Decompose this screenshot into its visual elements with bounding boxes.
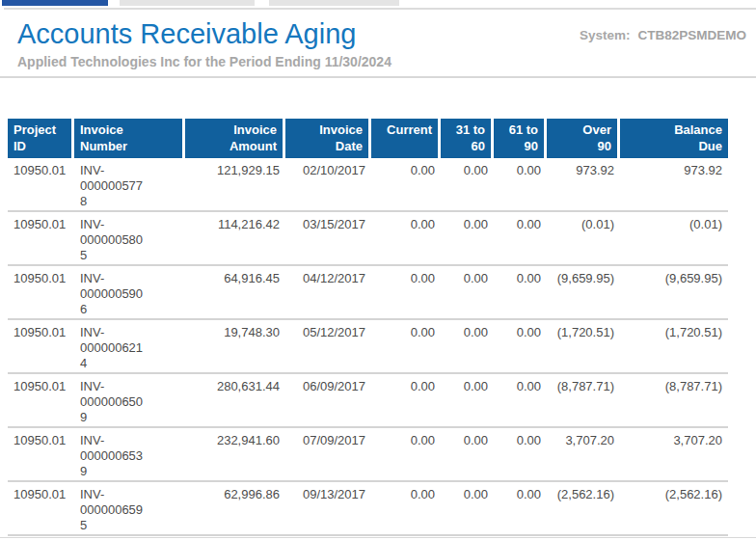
table-body: 10950.01INV-0000005778121,929.1502/10/20… — [8, 158, 728, 541]
table-row: 10950.01INV-000000621419,748.3005/12/201… — [8, 320, 728, 374]
table-row: 10950.01INV-0000006539232,941.6007/09/20… — [8, 428, 728, 482]
col-header-over-90: Over 90 — [547, 119, 620, 158]
cell-balance-due: 973.92 — [620, 158, 728, 212]
table-header: Project IDInvoice NumberInvoice AmountIn… — [8, 119, 728, 158]
cell-balance-due: (9,659.95) — [620, 266, 728, 320]
col-header-invoice-number: Invoice Number — [74, 119, 185, 158]
col-header-balance-due: Balance Due — [620, 119, 728, 158]
cell-days-61-90: 0.00 — [494, 374, 547, 428]
cell-over-90: (1,720.51) — [547, 320, 620, 374]
cell-over-90: (2,562.16) — [547, 482, 620, 536]
cell-invoice-number: INV-0000005906 — [74, 266, 185, 320]
cell-invoice-number: INV-0000006509 — [74, 374, 185, 428]
cell-project-id: 10950.01 — [8, 428, 74, 482]
cell-balance-due: (2,562.16) — [620, 482, 728, 536]
cell-project-id: 10950.01 — [8, 374, 74, 428]
cell-over-90: (0.01) — [547, 212, 620, 266]
cell-days-61-90: 0.00 — [494, 428, 547, 482]
cell-invoice-date: 06/09/2017 — [285, 374, 371, 428]
cell-invoice-amount: 280,631.44 — [185, 374, 285, 428]
cell-invoice-amount: 121,929.15 — [185, 158, 285, 212]
cell-current: 0.00 — [371, 374, 441, 428]
cell-over-90: 973.92 — [547, 158, 620, 212]
tab-active[interactable] — [2, 0, 108, 6]
cell-invoice-number: INV-0000006539 — [74, 428, 185, 482]
cell-days-31-60: 0.00 — [441, 212, 494, 266]
cell-invoice-amount: 19,748.30 — [185, 320, 285, 374]
table-row: 10950.01INV-0000005778121,929.1502/10/20… — [8, 158, 728, 212]
cell-invoice-date: 03/15/2017 — [285, 212, 371, 266]
system-info: System:CTB82PSMDEMO — [580, 28, 746, 42]
cell-invoice-date: 07/09/2017 — [285, 428, 371, 482]
system-label: System: — [580, 28, 631, 42]
cell-invoice-date: 04/12/2017 — [285, 266, 371, 320]
cell-balance-due: 3,707.20 — [620, 428, 728, 482]
col-header-invoice-amount: Invoice Amount — [185, 119, 285, 158]
table-row: 10950.01INV-000000590664,916.4504/12/201… — [8, 266, 728, 320]
col-header-invoice-date: Invoice Date — [285, 119, 371, 158]
cell-current: 0.00 — [371, 266, 441, 320]
cell-invoice-amount: 64,916.45 — [185, 266, 285, 320]
cell-balance-due: (0.01) — [620, 212, 728, 266]
cell-invoice-date: 05/12/2017 — [285, 320, 371, 374]
col-header-days-61-90: 61 to 90 — [494, 119, 547, 158]
ar-aging-table: Project IDInvoice NumberInvoice AmountIn… — [8, 119, 728, 541]
cell-days-61-90: 0.00 — [494, 482, 547, 536]
cell-current: 0.00 — [371, 158, 441, 212]
cell-days-31-60: 0.00 — [441, 266, 494, 320]
cell-current: 0.00 — [371, 320, 441, 374]
cell-project-id: 10950.01 — [8, 266, 74, 320]
cell-invoice-number: INV-0000005805 — [74, 212, 185, 266]
cell-invoice-date: 09/13/2017 — [285, 482, 371, 536]
viewport-clip-line — [0, 537, 756, 541]
table-row: 10950.01INV-0000006509280,631.4406/09/20… — [8, 374, 728, 428]
browser-tab-strip — [0, 0, 756, 10]
cell-over-90: (9,659.95) — [547, 266, 620, 320]
page-subtitle: Applied Technologies Inc for the Period … — [17, 54, 739, 69]
cell-project-id: 10950.01 — [8, 482, 74, 536]
report-page: System:CTB82PSMDEMO Accounts Receivable … — [0, 0, 756, 541]
cell-days-61-90: 0.00 — [494, 320, 547, 374]
cell-project-id: 10950.01 — [8, 320, 74, 374]
cell-days-61-90: 0.00 — [494, 212, 547, 266]
cell-invoice-date: 02/10/2017 — [285, 158, 371, 212]
cell-balance-due: (8,787.71) — [620, 374, 728, 428]
cell-days-31-60: 0.00 — [441, 428, 494, 482]
cell-days-31-60: 0.00 — [441, 158, 494, 212]
table-header-row: Project IDInvoice NumberInvoice AmountIn… — [8, 119, 728, 158]
cell-balance-due: (1,720.51) — [620, 320, 728, 374]
cell-over-90: (8,787.71) — [547, 374, 620, 428]
cell-invoice-amount: 62,996.86 — [185, 482, 285, 536]
col-header-current: Current — [371, 119, 441, 158]
table-row: 10950.01INV-0000005805114,216.4203/15/20… — [8, 212, 728, 266]
col-header-project-id: Project ID — [8, 119, 74, 158]
cell-invoice-amount: 114,216.42 — [185, 212, 285, 266]
header-divider — [0, 76, 756, 78]
cell-invoice-amount: 232,941.60 — [185, 428, 285, 482]
col-header-days-31-60: 31 to 60 — [441, 119, 494, 158]
cell-project-id: 10950.01 — [8, 212, 74, 266]
table-row: 10950.01INV-000000659562,996.8609/13/201… — [8, 482, 728, 536]
system-value: CTB82PSMDEMO — [637, 28, 746, 42]
cell-days-31-60: 0.00 — [441, 374, 494, 428]
cell-current: 0.00 — [371, 212, 441, 266]
cell-days-31-60: 0.00 — [441, 482, 494, 536]
cell-over-90: 3,707.20 — [547, 428, 620, 482]
cell-current: 0.00 — [371, 482, 441, 536]
tab-inactive-1[interactable] — [120, 0, 255, 6]
cell-invoice-number: INV-0000006595 — [74, 482, 185, 536]
cell-days-61-90: 0.00 — [494, 158, 547, 212]
tab-inactive-2[interactable] — [269, 0, 399, 6]
cell-days-61-90: 0.00 — [494, 266, 547, 320]
cell-days-31-60: 0.00 — [441, 320, 494, 374]
cell-invoice-number: INV-0000006214 — [74, 320, 185, 374]
report-header: System:CTB82PSMDEMO Accounts Receivable … — [0, 19, 756, 69]
tab-strip-divider — [4, 8, 756, 10]
cell-project-id: 10950.01 — [8, 158, 74, 212]
cell-invoice-number: INV-0000005778 — [74, 158, 185, 212]
cell-current: 0.00 — [371, 428, 441, 482]
